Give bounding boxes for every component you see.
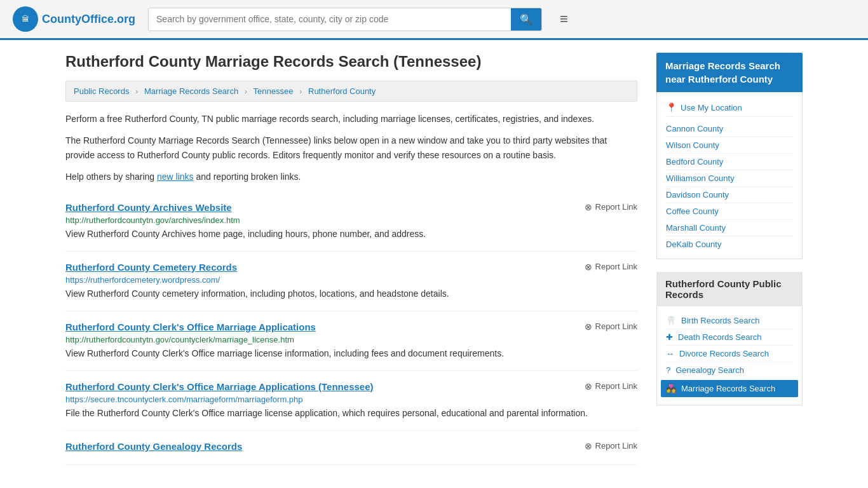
- report-link-button[interactable]: ⊗ Report Link: [585, 202, 637, 212]
- sidebar-public-records-section: Rutherford County Public Records 🦷 Birth…: [656, 272, 803, 405]
- sidebar-death-records[interactable]: ✚ Death Records Search: [666, 329, 793, 346]
- result-desc: File the Rutherford County Clerk's Offic…: [65, 407, 637, 420]
- result-header: Rutherford County Clerk's Office Marriag…: [65, 322, 637, 332]
- sidebar-item-dekalb[interactable]: DeKalb County: [666, 236, 793, 252]
- marriage-icon: 💑: [666, 384, 676, 393]
- svg-text:🏛: 🏛: [22, 15, 29, 24]
- sidebar-divorce-records[interactable]: ↔ Divorce Records Search: [666, 346, 793, 362]
- report-icon: ⊗: [585, 441, 592, 451]
- sidebar-item-davidson[interactable]: Davidson County: [666, 187, 793, 203]
- menu-button[interactable]: ≡: [555, 8, 573, 30]
- new-links[interactable]: new links: [157, 172, 194, 182]
- sidebar-public-title: Rutherford County Public Records: [656, 272, 803, 306]
- pin-icon: 📍: [666, 102, 677, 112]
- result-url: http://rutherfordcountytn.gov/countycler…: [65, 335, 637, 344]
- search-container: 🔍: [148, 8, 542, 31]
- main-content: Rutherford County Marriage Records Searc…: [53, 40, 815, 478]
- breadcrumb-sep-3: ›: [299, 86, 302, 96]
- sidebar-nearby-section: Marriage Records Search near Rutherford …: [656, 53, 803, 259]
- report-icon: ⊗: [585, 202, 592, 212]
- sidebar-item-bedford[interactable]: Bedford County: [666, 154, 793, 170]
- result-header: Rutherford County Clerk's Office Marriag…: [65, 381, 637, 392]
- report-icon: ⊗: [585, 262, 592, 272]
- sidebar-birth-records[interactable]: 🦷 Birth Records Search: [666, 313, 793, 329]
- sidebar-nearby-body: 📍 Use My Location Cannon County Wilson C…: [656, 92, 803, 259]
- description-3: Help others by sharing new links and rep…: [65, 170, 637, 184]
- use-my-location: 📍 Use My Location: [666, 98, 793, 117]
- breadcrumb-marriage-records[interactable]: Marriage Records Search: [144, 86, 238, 96]
- result-item: Rutherford County Genealogy Records ⊗ Re…: [65, 431, 637, 465]
- result-title[interactable]: Rutherford County Archives Website: [65, 202, 232, 213]
- breadcrumb-public-records[interactable]: Public Records: [74, 86, 129, 96]
- result-header: Rutherford County Archives Website ⊗ Rep…: [65, 202, 637, 213]
- use-location-link[interactable]: Use My Location: [681, 103, 742, 112]
- results-list: Rutherford County Archives Website ⊗ Rep…: [65, 192, 637, 465]
- logo-text: CountyOffice.org: [42, 13, 135, 26]
- search-input[interactable]: [149, 8, 511, 30]
- content-area: Rutherford County Marriage Records Searc…: [65, 53, 637, 465]
- sidebar-item-cannon[interactable]: Cannon County: [666, 121, 793, 137]
- report-link-button[interactable]: ⊗ Report Link: [585, 322, 637, 332]
- sidebar: Marriage Records Search near Rutherford …: [656, 53, 803, 465]
- result-desc: View Rutherford County Clerk's Office ma…: [65, 347, 637, 360]
- result-item: Rutherford County Archives Website ⊗ Rep…: [65, 192, 637, 252]
- result-url: https://rutherfordcemetery.wordpress.com…: [65, 275, 637, 285]
- result-desc: View Rutherford County Archives home pag…: [65, 227, 637, 241]
- result-header: Rutherford County Genealogy Records ⊗ Re…: [65, 441, 637, 452]
- logo[interactable]: 🏛 CountyOffice.org: [13, 6, 135, 32]
- sidebar-item-marshall[interactable]: Marshall County: [666, 220, 793, 236]
- report-icon: ⊗: [585, 381, 592, 391]
- divorce-icon: ↔: [666, 349, 674, 358]
- description-2: The Rutherford County Marriage Records S…: [65, 133, 637, 162]
- result-title[interactable]: Rutherford County Genealogy Records: [65, 441, 242, 452]
- breadcrumb-rutherford[interactable]: Rutherford County: [308, 86, 376, 96]
- result-desc: View Rutherford County cemetery informat…: [65, 287, 637, 301]
- death-icon: ✚: [666, 332, 673, 342]
- result-item: Rutherford County Cemetery Records ⊗ Rep…: [65, 252, 637, 311]
- report-link-button[interactable]: ⊗ Report Link: [585, 381, 637, 391]
- result-header: Rutherford County Cemetery Records ⊗ Rep…: [65, 262, 637, 273]
- report-link-button[interactable]: ⊗ Report Link: [585, 262, 637, 272]
- report-icon: ⊗: [585, 322, 592, 332]
- sidebar-genealogy[interactable]: ? Genealogy Search: [666, 362, 793, 379]
- breadcrumb-sep-2: ›: [245, 86, 247, 96]
- birth-icon: 🦷: [666, 316, 676, 325]
- logo-icon: 🏛: [13, 6, 38, 32]
- sidebar-nearby-title: Marriage Records Search near Rutherford …: [656, 53, 803, 92]
- sidebar-public-body: 🦷 Birth Records Search ✚ Death Records S…: [656, 306, 803, 405]
- report-link-button[interactable]: ⊗ Report Link: [585, 441, 637, 451]
- header: 🏛 CountyOffice.org 🔍 ≡: [0, 0, 868, 40]
- result-url: https://secure.tncountyclerk.com/marriag…: [65, 395, 637, 404]
- sidebar-item-coffee[interactable]: Coffee County: [666, 203, 793, 220]
- result-url: http://rutherfordcountytn.gov/archives/i…: [65, 215, 637, 225]
- sidebar-item-wilson[interactable]: Wilson County: [666, 137, 793, 154]
- breadcrumb-sep-1: ›: [135, 86, 138, 96]
- sidebar-marriage-records[interactable]: 💑 Marriage Records Search: [661, 380, 798, 397]
- search-button[interactable]: 🔍: [511, 8, 541, 30]
- genealogy-icon: ?: [666, 365, 670, 375]
- result-title[interactable]: Rutherford County Clerk's Office Marriag…: [65, 322, 316, 332]
- page-title: Rutherford County Marriage Records Searc…: [65, 53, 637, 71]
- result-title[interactable]: Rutherford County Clerk's Office Marriag…: [65, 381, 374, 392]
- description-1: Perform a free Rutherford County, TN pub…: [65, 112, 637, 126]
- result-title[interactable]: Rutherford County Cemetery Records: [65, 262, 237, 273]
- breadcrumb: Public Records › Marriage Records Search…: [65, 81, 637, 102]
- sidebar-item-williamson[interactable]: Williamson County: [666, 170, 793, 187]
- result-item: Rutherford County Clerk's Office Marriag…: [65, 371, 637, 431]
- result-item: Rutherford County Clerk's Office Marriag…: [65, 311, 637, 371]
- breadcrumb-tennessee[interactable]: Tennessee: [254, 86, 294, 96]
